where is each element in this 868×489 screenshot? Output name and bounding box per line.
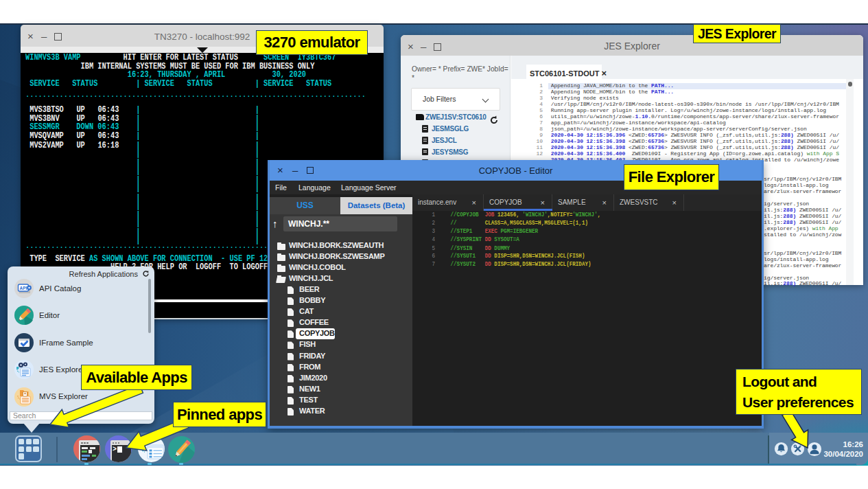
svg-text:API: API — [20, 286, 27, 291]
